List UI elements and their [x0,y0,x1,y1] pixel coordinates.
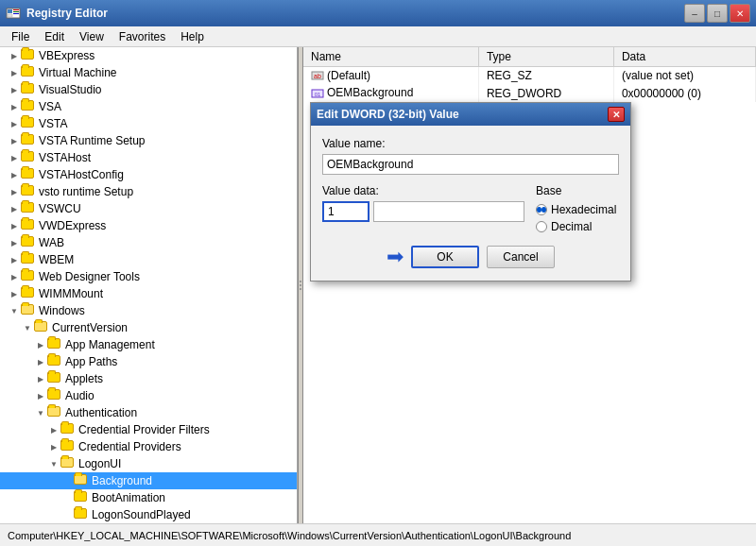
table-row[interactable]: 01OEMBackgroundREG_DWORD0x00000000 (0) [303,84,756,102]
tree-item-virtualmachine[interactable]: ▶Virtual Machine [0,64,297,81]
tree-expander[interactable]: ▶ [34,338,47,351]
tree-expander[interactable]: ▶ [8,134,21,147]
tree-expander[interactable]: ▶ [8,117,21,130]
tree-item-label: WBEM [39,253,74,266]
tree-expander[interactable]: ▶ [8,270,21,283]
tree-expander[interactable]: ▶ [8,219,21,232]
cancel-button[interactable]: Cancel [487,246,555,268]
tree-panel[interactable]: ▶VBExpress▶Virtual Machine▶VisualStudio▶… [0,47,298,523]
tree-item-label: VSTAHostConfig [39,168,124,181]
tree-item-authentication[interactable]: ▼Authentication [0,404,297,421]
tree-item-wbem[interactable]: ▶WBEM [0,251,297,268]
dec-radio-item[interactable]: Decimal [536,220,619,233]
tree-item-apppaths[interactable]: ▶App Paths [0,353,297,370]
tree-item-vstoruntimesetup[interactable]: ▶vsto runtime Setup [0,183,297,200]
tree-expander[interactable]: ▶ [8,151,21,164]
tree-item-label: WAB [39,236,64,249]
tree-item-background[interactable]: Background [0,472,297,489]
tree-item-appmanagement[interactable]: ▶App Management [0,336,297,353]
tree-expander[interactable]: ▶ [8,100,21,113]
menu-edit[interactable]: Edit [37,28,72,45]
tree-item-vsta[interactable]: ▶VSTA [0,115,297,132]
tree-item-vwdexpress[interactable]: ▶VWDExpress [0,217,297,234]
tree-item-wab[interactable]: ▶WAB [0,234,297,251]
tree-item-audio[interactable]: ▶Audio [0,387,297,404]
tree-item-label: VSTAHost [39,151,91,164]
tree-expander[interactable]: ▶ [8,66,21,79]
tree-expander[interactable]: ▶ [8,185,21,198]
tree-expander[interactable] [60,474,74,487]
tree-expander[interactable]: ▶ [8,202,21,215]
tree-item-vswcu[interactable]: ▶VSWCU [0,200,297,217]
tree-expander[interactable]: ▶ [8,83,21,96]
tree-expander[interactable]: ▶ [8,168,21,181]
tree-item-applets[interactable]: ▶Applets [0,370,297,387]
tree-expander[interactable]: ▶ [8,253,21,266]
tree-expander[interactable]: ▶ [34,372,47,385]
tree-expander[interactable]: ▶ [8,49,21,62]
close-button[interactable]: ✕ [730,4,750,23]
menu-view[interactable]: View [72,28,112,45]
tree-expander[interactable] [60,508,74,521]
tree-item-credentialproviderfilters[interactable]: ▶Credential Provider Filters [0,421,297,438]
tree-expander[interactable]: ▼ [47,457,60,470]
menu-file[interactable]: File [4,28,37,45]
minimize-button[interactable]: – [684,4,705,23]
tree-item-label: Credential Providers [78,440,181,453]
tree-item-vstahost[interactable]: ▶VSTAHost [0,149,297,166]
title-bar-left: Registry Editor [6,6,108,21]
svg-text:01: 01 [315,92,321,97]
folder-icon [21,202,36,215]
table-row[interactable]: ab(Default)REG_SZ(value not set) [303,66,756,84]
tree-item-windows[interactable]: ▼Windows [0,302,297,319]
dialog-close-button[interactable]: ✕ [608,107,625,122]
tree-item-vstahostconfig[interactable]: ▶VSTAHostConfig [0,166,297,183]
tree-expander[interactable]: ▶ [34,355,47,368]
tree-item-label: Audio [65,389,94,402]
value-name-input[interactable] [322,154,619,175]
tree-item-webdesignertools[interactable]: ▶Web Designer Tools [0,268,297,285]
tree-expander[interactable]: ▶ [8,236,21,249]
tree-item-logonsoundplayed[interactable]: LogonSoundPlayed [0,506,297,523]
tree-expander[interactable]: ▼ [8,304,21,317]
tree-expander[interactable]: ▶ [47,423,60,436]
tree-item-wimmount[interactable]: ▶WIMMMount [0,285,297,302]
tree-expander[interactable]: ▶ [47,440,60,453]
folder-icon [21,100,36,113]
tree-item-label: Authentication [65,406,137,419]
ok-button[interactable]: OK [411,246,479,268]
hex-radio-item[interactable]: Hexadecimal [536,203,619,216]
value-data-rest-input[interactable] [373,201,524,222]
tree-item-label: Credential Provider Filters [78,423,210,436]
tree-item-vsa[interactable]: ▶VSA [0,98,297,115]
tree-item-logonui[interactable]: ▼LogonUI [0,455,297,472]
folder-icon [21,83,36,96]
folder-icon [21,151,36,164]
tree-item-vbexpress[interactable]: ▶VBExpress [0,47,297,64]
tree-item-label: Applets [65,372,103,385]
maximize-button[interactable]: □ [707,4,728,23]
tree-item-vstaruntimesetup[interactable]: ▶VSTA Runtime Setup [0,132,297,149]
folder-icon [21,219,36,232]
folder-icon [21,253,36,266]
menu-favorites[interactable]: Favorites [112,28,173,45]
tree-expander[interactable]: ▼ [21,321,34,334]
dec-radio[interactable] [536,221,547,232]
tree-item-visualstudio[interactable]: ▶VisualStudio [0,81,297,98]
tree-item-currentversion[interactable]: ▼CurrentVersion [0,319,297,336]
tree-expander[interactable] [60,491,74,504]
tree-expander[interactable]: ▶ [8,287,21,300]
hex-radio[interactable] [536,204,547,215]
tree-expander[interactable]: ▶ [34,389,47,402]
dialog-title-bar: Edit DWORD (32-bit) Value ✕ [311,103,630,126]
hex-label: Hexadecimal [551,203,616,216]
tree-expander[interactable]: ▼ [34,406,47,419]
value-data-input[interactable] [322,201,369,222]
tree-item-credentialproviders[interactable]: ▶Credential Providers [0,438,297,455]
tree-item-label: VSTA [39,117,67,130]
tree-item-bootanimation[interactable]: BootAnimation [0,489,297,506]
menu-help[interactable]: Help [173,28,212,45]
tree-item-label: CurrentVersion [52,321,128,334]
tree-item-label: VSTA Runtime Setup [39,134,146,147]
folder-icon [34,321,49,334]
